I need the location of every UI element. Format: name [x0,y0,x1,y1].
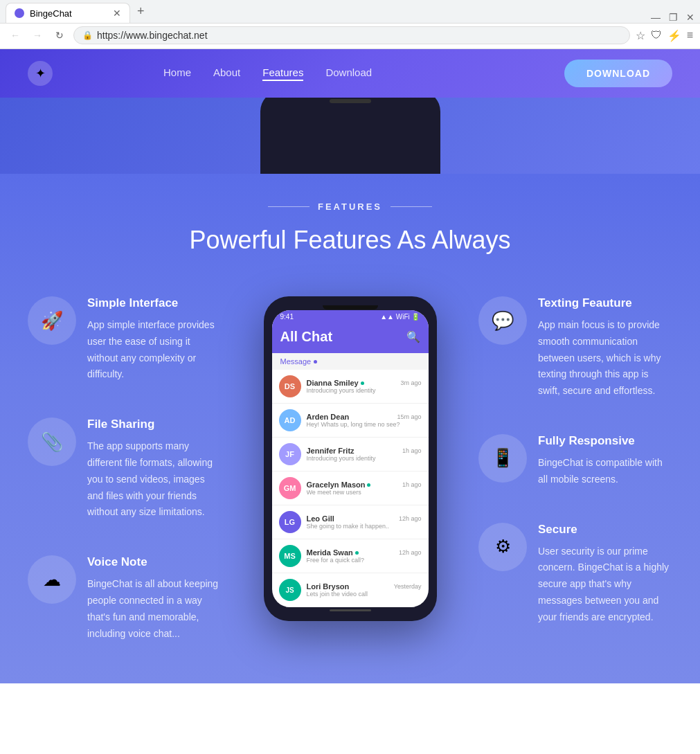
features-grid: 🚀 Simple Interface App simple interface … [28,296,672,642]
responsive-icon: 📱 [478,434,527,483]
chat-item-merida[interactable]: MS Merida Swan 12h ago [272,539,429,573]
active-tab[interactable]: BingeChat ✕ [6,3,130,23]
lock-icon: 🔒 [82,30,93,40]
phone-header: All Chat 🔍 [272,323,429,353]
texting-text: Texting Feauture App main focus is to pr… [538,296,672,400]
chat-item-dianna[interactable]: DS Dianna Smiley 3m ago [272,370,429,404]
chat-message-arden: Hey! Whats up, long time no see? [307,421,422,428]
chat-name-row-leo: Leo Gill 12h ago [307,514,422,523]
chat-time-dianna: 3m ago [400,379,421,386]
label-line-right [391,206,432,207]
restore-button[interactable]: ❐ [669,12,678,23]
chat-item-arden[interactable]: AD Arden Dean 15m ago Hey! Whats up, lon… [272,404,429,438]
download-cta-button[interactable]: DOWNLOAD [564,60,672,87]
responsive-text: Fully Responsive BingeChat is compatible… [538,434,672,488]
avatar-jennifer: JF [279,443,301,465]
avatar-dianna: DS [279,375,301,397]
phone-search-icon[interactable]: 🔍 [406,330,420,343]
browser-actions: ☆ 🛡 ⚡ ≡ [636,29,693,42]
chat-name-row-arden: Arden Dean 15m ago [307,413,422,421]
file-sharing-description: The app supports many different file for… [87,438,222,521]
online-dot-gracelyn [367,483,370,487]
logo-icon: ✦ [28,61,53,86]
bookmark-button[interactable]: ☆ [636,29,645,42]
avatar-gracelyn: GM [279,477,301,499]
file-sharing-icon: 📎 [28,418,76,466]
close-button[interactable]: ✕ [686,12,694,23]
tab-close-button[interactable]: ✕ [113,8,121,19]
simple-interface-text: Simple Interface App simple interface pr… [87,296,222,383]
phone-inner: 9:41 ▲▲ WiFi 🔋 All Chat 🔍 Message [272,310,429,607]
nav-about[interactable]: About [213,66,240,81]
label-line-left [268,206,309,207]
chat-name-row-gracelyn: Gracelyn Mason 1h ago [307,481,422,489]
chat-name-lori: Lori Bryson [307,582,350,591]
nav-features[interactable]: Features [262,66,303,81]
menu-button[interactable]: ≡ [687,29,693,42]
chat-name-leo: Leo Gill [307,514,334,523]
back-button[interactable]: ← [7,27,24,44]
site-nav: Home About Features Download [163,66,372,81]
site-header: ✦ Home About Features Download DOWNLOAD [0,49,700,98]
new-tab-button[interactable]: + [130,0,152,23]
chat-message-jennifer: Introducing yours identity [307,455,422,462]
phone-mockup-center: 9:41 ▲▲ WiFi 🔋 All Chat 🔍 Message [222,296,478,621]
feature-secure: ⚙ Secure User security is our prime conc… [478,523,672,626]
address-box[interactable]: 🔒 https://www.bingechat.net [73,26,630,44]
voice-note-icon: ☁ [28,555,76,604]
chat-item-leo[interactable]: LG Leo Gill 12h ago She going to make it… [272,505,429,539]
avatar-leo: LG [279,511,301,533]
tab-bar: BingeChat ✕ + — ❐ ✕ [0,0,700,23]
avatar-lori: JS [279,579,301,601]
voice-note-text: Voice Note BingeChat is all about keepin… [87,555,222,642]
texting-description: App main focus is to provide smooth comm… [538,317,672,400]
chat-name-row-jennifer: Jennifer Fritz 1h ago [307,447,422,455]
chat-info-arden: Arden Dean 15m ago Hey! Whats up, long t… [307,413,422,428]
online-dot-merida [355,551,359,555]
chat-item-gracelyn[interactable]: GM Gracelyn Mason 1h ago [272,472,429,505]
notch-shape [323,305,378,309]
forward-button[interactable]: → [29,27,46,44]
window-controls: — ❐ ✕ [651,12,694,23]
responsive-title: Fully Responsive [538,434,672,448]
chat-item-jennifer[interactable]: JF Jennifer Fritz 1h ago Introducing you… [272,438,429,472]
phone-signal: ▲▲ WiFi 🔋 [380,313,420,321]
chat-time-jennifer: 1h ago [402,447,422,454]
section-label: FEATURES [28,201,672,212]
browser-chrome: BingeChat ✕ + — ❐ ✕ ← → ↻ 🔒 https://www.… [0,0,700,49]
refresh-button[interactable]: ↻ [51,27,68,44]
features-title: Powerful Features As Always [28,226,672,255]
chat-message-gracelyn: We meet new users [307,489,422,496]
chat-info-leo: Leo Gill 12h ago She going to make it ha… [307,514,422,530]
chat-item-lori[interactable]: JS Lori Bryson Yesterday Lets join the v… [272,573,429,607]
feature-texting: 💬 Texting Feauture App main focus is to … [478,296,672,400]
logo-area: ✦ [28,61,53,86]
chat-name-merida: Merida Swan [307,548,359,557]
file-sharing-title: File Sharing [87,418,222,431]
phone-speaker [330,99,371,103]
phone-device: 9:41 ▲▲ WiFi 🔋 All Chat 🔍 Message [264,296,437,621]
simple-interface-icon: 🚀 [28,296,76,345]
phone-status-bar: 9:41 ▲▲ WiFi 🔋 [272,310,429,323]
chat-message-dianna: Introducing yours identity [307,387,422,394]
chat-time-arden: 15m ago [397,413,421,420]
feature-voice-note: ☁ Voice Note BingeChat is all about keep… [28,555,222,642]
chat-info-merida: Merida Swan 12h ago Free for a quick cal… [307,548,422,564]
chat-time-lori: Yesterday [394,583,422,590]
extensions-icon[interactable]: ⚡ [667,29,681,42]
features-right: 💬 Texting Feauture App main focus is to … [478,296,672,626]
texting-title: Texting Feauture [538,296,672,310]
nav-download[interactable]: Download [325,66,372,81]
simple-interface-description: App simple interface provides user the e… [87,317,222,383]
phone-bottom-bar [272,607,429,613]
voice-note-description: BingeChat is all about keeping people co… [87,576,222,642]
minimize-button[interactable]: — [651,12,661,23]
phone-top-preview [260,98,440,174]
file-sharing-text: File Sharing The app supports many diffe… [87,418,222,521]
nav-home[interactable]: Home [163,66,191,81]
chat-info-dianna: Dianna Smiley 3m ago Introducing yours i… [307,379,422,394]
phone-app-title: All Chat [280,329,333,345]
chat-name-row-lori: Lori Bryson Yesterday [307,582,422,591]
avatar-merida: MS [279,545,301,567]
feature-responsive: 📱 Fully Responsive BingeChat is compatib… [478,434,672,488]
